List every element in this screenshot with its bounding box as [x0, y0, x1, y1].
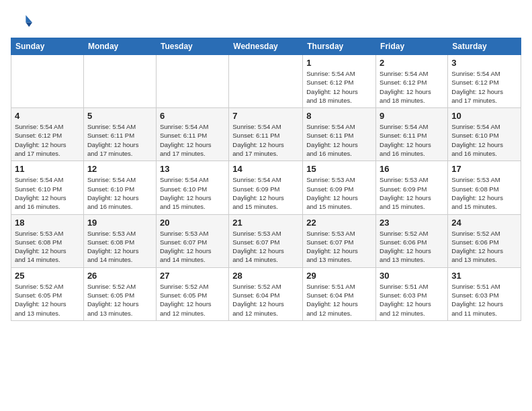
day-info: Sunrise: 5:52 AM Sunset: 6:06 PM Dayligh… — [380, 229, 444, 265]
calendar-cell: 5Sunrise: 5:54 AM Sunset: 6:11 PM Daylig… — [83, 108, 156, 161]
calendar-cell: 18Sunrise: 5:53 AM Sunset: 6:08 PM Dayli… — [11, 214, 84, 267]
calendar-cell: 14Sunrise: 5:54 AM Sunset: 6:09 PM Dayli… — [229, 161, 303, 214]
day-info: Sunrise: 5:54 AM Sunset: 6:12 PM Dayligh… — [380, 69, 444, 105]
calendar-cell — [156, 55, 228, 108]
svg-marker-0 — [26, 15, 32, 22]
day-info: Sunrise: 5:52 AM Sunset: 6:05 PM Dayligh… — [87, 282, 152, 318]
day-info: Sunrise: 5:54 AM Sunset: 6:10 PM Dayligh… — [87, 175, 152, 211]
day-info: Sunrise: 5:54 AM Sunset: 6:10 PM Dayligh… — [160, 175, 225, 211]
day-number: 30 — [380, 271, 444, 281]
day-info: Sunrise: 5:54 AM Sunset: 6:11 PM Dayligh… — [87, 122, 152, 158]
day-info: Sunrise: 5:54 AM Sunset: 6:10 PM Dayligh… — [451, 122, 517, 158]
day-number: 28 — [232, 271, 299, 281]
day-info: Sunrise: 5:51 AM Sunset: 6:04 PM Dayligh… — [306, 282, 372, 318]
day-number: 11 — [15, 164, 80, 174]
day-number: 29 — [306, 271, 372, 281]
day-number: 3 — [451, 58, 517, 68]
day-number: 22 — [306, 218, 372, 228]
day-info: Sunrise: 5:53 AM Sunset: 6:08 PM Dayligh… — [15, 229, 80, 265]
day-info: Sunrise: 5:54 AM Sunset: 6:10 PM Dayligh… — [15, 175, 80, 211]
day-number: 20 — [160, 218, 225, 228]
calendar-cell: 31Sunrise: 5:51 AM Sunset: 6:03 PM Dayli… — [448, 267, 521, 320]
day-info: Sunrise: 5:53 AM Sunset: 6:09 PM Dayligh… — [380, 175, 444, 211]
day-number: 1 — [306, 58, 372, 68]
day-number: 19 — [87, 218, 152, 228]
calendar-cell: 12Sunrise: 5:54 AM Sunset: 6:10 PM Dayli… — [83, 161, 156, 214]
day-info: Sunrise: 5:54 AM Sunset: 6:11 PM Dayligh… — [232, 122, 299, 158]
calendar-week-row: 25Sunrise: 5:52 AM Sunset: 6:05 PM Dayli… — [11, 267, 521, 320]
day-number: 27 — [160, 271, 225, 281]
calendar-cell: 7Sunrise: 5:54 AM Sunset: 6:11 PM Daylig… — [229, 108, 303, 161]
calendar-cell: 21Sunrise: 5:53 AM Sunset: 6:07 PM Dayli… — [229, 214, 303, 267]
weekday-header: Friday — [376, 38, 448, 55]
day-info: Sunrise: 5:53 AM Sunset: 6:07 PM Dayligh… — [232, 229, 299, 265]
day-info: Sunrise: 5:53 AM Sunset: 6:09 PM Dayligh… — [306, 175, 372, 211]
day-number: 8 — [306, 111, 372, 121]
calendar-cell: 28Sunrise: 5:52 AM Sunset: 6:04 PM Dayli… — [229, 267, 303, 320]
weekday-header-row: SundayMondayTuesdayWednesdayThursdayFrid… — [11, 38, 521, 55]
calendar-cell: 29Sunrise: 5:51 AM Sunset: 6:04 PM Dayli… — [303, 267, 376, 320]
day-number: 6 — [160, 111, 225, 121]
day-info: Sunrise: 5:53 AM Sunset: 6:08 PM Dayligh… — [451, 175, 517, 211]
calendar-cell: 27Sunrise: 5:52 AM Sunset: 6:05 PM Dayli… — [156, 267, 228, 320]
day-info: Sunrise: 5:52 AM Sunset: 6:05 PM Dayligh… — [15, 282, 80, 318]
calendar-week-row: 11Sunrise: 5:54 AM Sunset: 6:10 PM Dayli… — [11, 161, 521, 214]
day-number: 12 — [87, 164, 152, 174]
page-header — [11, 11, 521, 32]
day-number: 9 — [380, 111, 444, 121]
calendar-cell: 24Sunrise: 5:52 AM Sunset: 6:06 PM Dayli… — [448, 214, 521, 267]
day-info: Sunrise: 5:52 AM Sunset: 6:06 PM Dayligh… — [451, 229, 517, 265]
day-number: 14 — [232, 164, 299, 174]
weekday-header: Saturday — [448, 38, 521, 55]
day-number: 10 — [451, 111, 517, 121]
day-info: Sunrise: 5:51 AM Sunset: 6:03 PM Dayligh… — [380, 282, 444, 318]
weekday-header: Wednesday — [229, 38, 303, 55]
day-number: 16 — [380, 164, 444, 174]
day-info: Sunrise: 5:53 AM Sunset: 6:08 PM Dayligh… — [87, 229, 152, 265]
calendar-cell: 9Sunrise: 5:54 AM Sunset: 6:11 PM Daylig… — [376, 108, 448, 161]
calendar-cell: 15Sunrise: 5:53 AM Sunset: 6:09 PM Dayli… — [303, 161, 376, 214]
day-number: 13 — [160, 164, 225, 174]
weekday-header: Sunday — [11, 38, 84, 55]
day-info: Sunrise: 5:52 AM Sunset: 6:04 PM Dayligh… — [232, 282, 299, 318]
calendar-cell: 4Sunrise: 5:54 AM Sunset: 6:12 PM Daylig… — [11, 108, 84, 161]
calendar-cell: 8Sunrise: 5:54 AM Sunset: 6:11 PM Daylig… — [303, 108, 376, 161]
calendar-cell: 20Sunrise: 5:53 AM Sunset: 6:07 PM Dayli… — [156, 214, 228, 267]
day-number: 21 — [232, 218, 299, 228]
day-number: 18 — [15, 218, 80, 228]
calendar-table: SundayMondayTuesdayWednesdayThursdayFrid… — [11, 38, 521, 321]
day-info: Sunrise: 5:54 AM Sunset: 6:11 PM Dayligh… — [160, 122, 225, 158]
day-number: 4 — [15, 111, 80, 121]
calendar-cell — [229, 55, 303, 108]
logo — [11, 11, 35, 32]
day-info: Sunrise: 5:54 AM Sunset: 6:12 PM Dayligh… — [451, 69, 517, 105]
calendar-cell: 19Sunrise: 5:53 AM Sunset: 6:08 PM Dayli… — [83, 214, 156, 267]
day-info: Sunrise: 5:53 AM Sunset: 6:07 PM Dayligh… — [306, 229, 372, 265]
svg-marker-1 — [26, 23, 32, 27]
calendar-cell: 23Sunrise: 5:52 AM Sunset: 6:06 PM Dayli… — [376, 214, 448, 267]
calendar-cell: 6Sunrise: 5:54 AM Sunset: 6:11 PM Daylig… — [156, 108, 228, 161]
day-number: 17 — [451, 164, 517, 174]
day-info: Sunrise: 5:54 AM Sunset: 6:11 PM Dayligh… — [380, 122, 444, 158]
calendar-cell: 3Sunrise: 5:54 AM Sunset: 6:12 PM Daylig… — [448, 55, 521, 108]
day-info: Sunrise: 5:54 AM Sunset: 6:12 PM Dayligh… — [15, 122, 80, 158]
weekday-header: Thursday — [303, 38, 376, 55]
day-number: 2 — [380, 58, 444, 68]
calendar-cell: 17Sunrise: 5:53 AM Sunset: 6:08 PM Dayli… — [448, 161, 521, 214]
day-info: Sunrise: 5:52 AM Sunset: 6:05 PM Dayligh… — [160, 282, 225, 318]
day-number: 7 — [232, 111, 299, 121]
day-number: 23 — [380, 218, 444, 228]
calendar-cell: 30Sunrise: 5:51 AM Sunset: 6:03 PM Dayli… — [376, 267, 448, 320]
weekday-header: Monday — [83, 38, 156, 55]
day-number: 5 — [87, 111, 152, 121]
day-number: 15 — [306, 164, 372, 174]
day-info: Sunrise: 5:53 AM Sunset: 6:07 PM Dayligh… — [160, 229, 225, 265]
calendar-cell: 11Sunrise: 5:54 AM Sunset: 6:10 PM Dayli… — [11, 161, 84, 214]
day-info: Sunrise: 5:54 AM Sunset: 6:11 PM Dayligh… — [306, 122, 372, 158]
weekday-header: Tuesday — [156, 38, 228, 55]
day-number: 31 — [451, 271, 517, 281]
calendar-week-row: 4Sunrise: 5:54 AM Sunset: 6:12 PM Daylig… — [11, 108, 521, 161]
day-number: 26 — [87, 271, 152, 281]
day-info: Sunrise: 5:54 AM Sunset: 6:12 PM Dayligh… — [306, 69, 372, 105]
day-info: Sunrise: 5:51 AM Sunset: 6:03 PM Dayligh… — [451, 282, 517, 318]
